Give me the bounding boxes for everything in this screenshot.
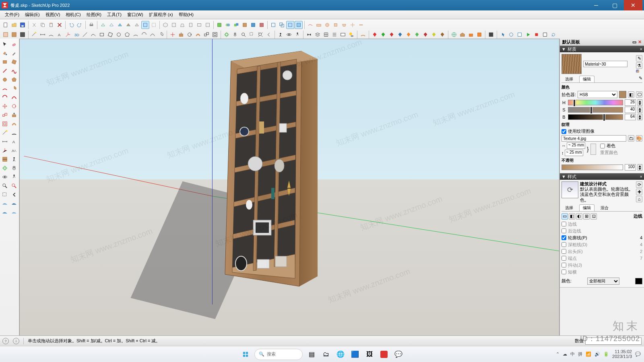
- extension-manager-button[interactable]: [475, 31, 483, 39]
- sandbox-drape-button[interactable]: [340, 21, 348, 29]
- pushpull-tool[interactable]: [10, 111, 18, 119]
- freehand-button[interactable]: [89, 31, 97, 39]
- sat-value[interactable]: 40: [625, 107, 636, 113]
- hidden-line-button[interactable]: [107, 21, 116, 29]
- sandbox-tool4[interactable]: [10, 208, 18, 216]
- notifications-icon[interactable]: 💬: [635, 352, 641, 357]
- delete-button[interactable]: [56, 21, 64, 29]
- styles-tab-mix[interactable]: 混合: [597, 204, 612, 211]
- material-name-field[interactable]: [583, 61, 627, 67]
- app-button-1[interactable]: 🟦: [349, 349, 361, 360]
- extension-check[interactable]: 出头(E): [561, 249, 583, 255]
- front-view-button[interactable]: [178, 21, 186, 29]
- 3dtext-button[interactable]: 3D: [72, 31, 80, 39]
- shaded-button[interactable]: [116, 21, 124, 29]
- materials-header[interactable]: ▼ 材质 ×: [560, 46, 644, 52]
- toggle-terrain-button[interactable]: [487, 31, 495, 39]
- edge-button[interactable]: 🌐: [335, 349, 346, 360]
- subtract-button[interactable]: [241, 21, 249, 29]
- tag-yellow-button[interactable]: [430, 31, 438, 39]
- look-around-button[interactable]: [285, 31, 293, 39]
- protractor-button[interactable]: [47, 31, 55, 39]
- section-display-button[interactable]: [10, 31, 18, 39]
- sandbox-contours-button[interactable]: [306, 21, 314, 29]
- menu-edit[interactable]: 编辑(E): [23, 11, 42, 19]
- offset-button[interactable]: [211, 31, 219, 39]
- opacity-value[interactable]: 100: [625, 164, 636, 171]
- cut-button[interactable]: [30, 21, 38, 29]
- sandbox-tool[interactable]: [1, 200, 9, 208]
- close-button[interactable]: ✕: [624, 0, 642, 10]
- menu-view[interactable]: 视图(V): [43, 11, 63, 19]
- tray-expand-icon[interactable]: ⌃: [556, 352, 559, 357]
- zoom-button[interactable]: [239, 31, 248, 39]
- circle-tool[interactable]: [1, 76, 9, 84]
- previous-view-button[interactable]: [265, 31, 273, 39]
- tray-pin-icon[interactable]: ▭: [632, 39, 636, 45]
- refresh-button[interactable]: [549, 31, 557, 39]
- ime-mode[interactable]: 拼: [578, 351, 582, 357]
- hue-slider[interactable]: [568, 100, 623, 105]
- outliner-button[interactable]: [330, 31, 339, 39]
- menu-draw[interactable]: 绘图(R): [84, 11, 104, 19]
- maximize-button[interactable]: ▢: [605, 0, 624, 10]
- wireframe-button[interactable]: [99, 21, 107, 29]
- previous-tool[interactable]: [10, 191, 18, 199]
- texture-file-field[interactable]: [561, 135, 626, 142]
- panel-close-icon[interactable]: ×: [640, 47, 642, 51]
- background-settings-button[interactable]: ◐: [576, 213, 582, 220]
- panel-close-icon[interactable]: ×: [640, 174, 642, 179]
- make-group-button[interactable]: [278, 21, 286, 29]
- match-screen-button[interactable]: 🖵: [636, 91, 642, 98]
- section-tool[interactable]: [1, 155, 9, 163]
- bri-spin[interactable]: ▴▾: [638, 114, 642, 120]
- start-button[interactable]: [240, 349, 251, 360]
- colorize-check[interactable]: 着色: [600, 143, 618, 149]
- modeling-settings-button[interactable]: ⊡: [590, 213, 597, 220]
- task-view-button[interactable]: ▤: [306, 349, 317, 360]
- end-val[interactable]: 7: [640, 256, 642, 261]
- update-style-button[interactable]: ⟳: [636, 181, 642, 188]
- style-thumb[interactable]: ⟳: [561, 181, 578, 198]
- menu-help[interactable]: 帮助(H): [176, 11, 196, 19]
- match-color-button[interactable]: ◧: [628, 91, 634, 98]
- volume-icon[interactable]: 🔊: [594, 352, 600, 357]
- geo-location-button[interactable]: [450, 31, 458, 39]
- face-settings-button[interactable]: ◧: [569, 213, 575, 220]
- lock-aspect-button[interactable]: [590, 144, 596, 155]
- style-options-button[interactable]: ⌂: [636, 196, 642, 202]
- tag-brown-button[interactable]: [438, 31, 446, 39]
- union-button[interactable]: [232, 21, 240, 29]
- tag-red-button[interactable]: [371, 31, 379, 39]
- look-around-tool[interactable]: [1, 173, 9, 181]
- wifi-icon[interactable]: 📶: [586, 352, 591, 357]
- followme-button[interactable]: [194, 31, 202, 39]
- zoom-extents-tool[interactable]: [10, 182, 18, 190]
- scale-tool[interactable]: [1, 111, 9, 119]
- hide-rest-button[interactable]: [286, 21, 294, 29]
- pie-button[interactable]: [157, 31, 165, 39]
- text-tool[interactable]: A: [10, 138, 18, 146]
- sketchup-taskbar-button[interactable]: [378, 349, 390, 360]
- depth-val[interactable]: 4: [640, 242, 642, 247]
- material-swatch[interactable]: [561, 54, 582, 74]
- axes-button[interactable]: [64, 31, 72, 39]
- link-icon[interactable]: }: [587, 146, 589, 152]
- always-face-button[interactable]: [541, 31, 549, 39]
- opacity-spin[interactable]: ▴▾: [638, 164, 642, 171]
- hue-value[interactable]: 26: [625, 99, 636, 106]
- dynamic-attrs-button[interactable]: [516, 31, 524, 39]
- endpoints-check[interactable]: 端点: [561, 255, 577, 261]
- styles-button[interactable]: [322, 31, 330, 39]
- pan-button[interactable]: [231, 31, 239, 39]
- make-component-button[interactable]: [269, 21, 277, 29]
- tag-green2-button[interactable]: [413, 31, 421, 39]
- menu-file[interactable]: 文件(F): [2, 11, 22, 19]
- zoom-window-tool[interactable]: [1, 191, 9, 199]
- dynamic-interact-button[interactable]: [499, 31, 507, 39]
- intersect-button[interactable]: [224, 21, 232, 29]
- edit-texture-button[interactable]: 🎨: [636, 135, 642, 142]
- layers-button[interactable]: [314, 31, 322, 39]
- wechat-button[interactable]: 💬: [393, 349, 404, 360]
- tag-red3-button[interactable]: [421, 31, 429, 39]
